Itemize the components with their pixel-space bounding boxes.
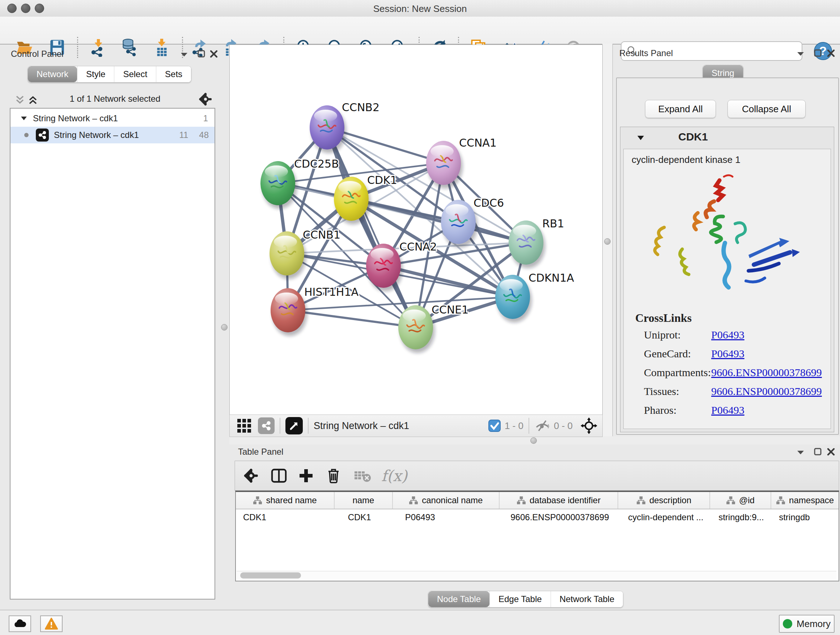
- add-column-icon[interactable]: [298, 468, 314, 484]
- table-toolbar: f(x): [234, 461, 839, 491]
- float-panel-icon[interactable]: [813, 448, 824, 457]
- gene-description: cyclin-dependent kinase 1: [632, 154, 741, 165]
- network-collection-row[interactable]: String Network – cdk1 1: [11, 110, 215, 127]
- show-columns-icon[interactable]: [271, 468, 287, 484]
- float-panel-icon[interactable]: [197, 50, 208, 59]
- node-label: CCNA2: [399, 241, 437, 253]
- control-panel-title: Control Panel: [11, 49, 63, 59]
- grid-view-icon[interactable]: [236, 418, 252, 434]
- network-edge-count: 48: [199, 130, 209, 140]
- network-node-CDK1[interactable]: CDK1: [334, 174, 397, 225]
- tab-network-table[interactable]: Network Table: [551, 591, 623, 607]
- scrollbar-thumb[interactable]: [240, 572, 301, 578]
- warning-icon: [44, 618, 58, 630]
- delete-column-icon[interactable]: [325, 468, 341, 484]
- network-edge[interactable]: [288, 310, 416, 327]
- network-row-selected[interactable]: String Network – cdk1 11 48: [11, 127, 215, 143]
- gene-collapse-icon[interactable]: [637, 135, 644, 141]
- float-panel-icon[interactable]: [813, 49, 824, 58]
- column-header[interactable]: namespace: [771, 492, 838, 509]
- column-header[interactable]: canonical name: [393, 492, 500, 509]
- node-label: CDKN1A: [529, 272, 574, 284]
- attribute-icon: [516, 496, 526, 505]
- cloud-status-button[interactable]: [9, 616, 31, 632]
- toolbar-separator: [529, 418, 529, 434]
- string-results-container: Expand All Collapse All CDK1 cyclin-depe…: [616, 78, 839, 435]
- network-view-toolbar: String Network – cdk1 1 - 0 0 - 0: [229, 415, 603, 437]
- network-node-HIST1H1A[interactable]: HIST1H1A: [271, 286, 359, 336]
- network-node-count: 11: [179, 130, 188, 140]
- close-panel-icon[interactable]: [826, 448, 837, 457]
- network-view-dot-icon: [24, 133, 28, 137]
- memory-button[interactable]: Memory: [779, 615, 835, 633]
- function-builder-icon-disabled: f(x): [381, 467, 407, 485]
- warnings-button[interactable]: [40, 616, 63, 632]
- network-tree: String Network – cdk1 1 String Network –…: [10, 108, 215, 600]
- string-view-icon[interactable]: [258, 417, 275, 434]
- collection-expand-icon[interactable]: [21, 116, 27, 121]
- tab-node-table[interactable]: Node Table: [428, 591, 489, 607]
- network-canvas[interactable]: CCNB2CCNA1CDC25BCDK1CDC6RB1CCNB1CCNA2CDK…: [229, 44, 603, 415]
- crosslink-value-link[interactable]: P06493: [711, 329, 745, 341]
- node-label: CCNB2: [342, 101, 379, 114]
- network-node-CDKN1A[interactable]: CDKN1A: [495, 272, 574, 323]
- protein-structure-image: [638, 172, 808, 317]
- status-bar: Memory: [0, 610, 840, 635]
- network-node-CDC6[interactable]: CDC6: [441, 196, 504, 248]
- close-panel-icon[interactable]: [209, 50, 220, 59]
- toolbar-separator: [279, 418, 280, 434]
- collapse-all-networks-icon[interactable]: [14, 94, 25, 106]
- main-toolbar: ?: [0, 17, 840, 44]
- crosslink-value-link[interactable]: P06493: [711, 348, 745, 360]
- network-node-RB1[interactable]: RB1: [508, 217, 564, 268]
- network-selection-status: 1 of 1 Network selected: [43, 94, 187, 104]
- crosslink-row: Compartments: 9606.ENSP00000378699: [624, 366, 831, 385]
- network-node-CCNB2[interactable]: CCNB2: [309, 101, 379, 153]
- title-bar: Session: New Session: [0, 0, 840, 17]
- crosslink-label: GeneCard:: [644, 348, 691, 360]
- results-panel-title: Results Panel: [619, 48, 673, 58]
- right-splitter-handle[interactable]: [604, 238, 611, 245]
- close-panel-icon[interactable]: [826, 49, 837, 58]
- table-settings-gear-icon[interactable]: [243, 468, 259, 484]
- fit-selected-crosshair-icon[interactable]: [581, 417, 597, 434]
- bottom-splitter-handle[interactable]: [531, 437, 537, 444]
- crosslink-value-link[interactable]: 9606.ENSP00000378699: [711, 385, 822, 397]
- column-header[interactable]: @id: [710, 492, 772, 509]
- hidden-eye-icon[interactable]: [534, 418, 551, 433]
- float-panel-menu-icon[interactable]: [796, 50, 807, 59]
- column-header[interactable]: shared name: [236, 492, 335, 509]
- collapse-all-button[interactable]: Collapse All: [728, 100, 806, 118]
- network-view-title: String Network – cdk1: [314, 420, 409, 432]
- horizontal-scrollbar[interactable]: [237, 571, 836, 580]
- column-header[interactable]: description: [618, 492, 710, 509]
- crosslink-value-link[interactable]: 9606.ENSP00000378699: [711, 366, 822, 379]
- birds-eye-view-icon[interactable]: [286, 417, 303, 434]
- expand-all-networks-icon[interactable]: [27, 94, 38, 106]
- crosslinks-title: CrossLinks: [635, 311, 692, 325]
- column-header[interactable]: database identifier: [500, 492, 619, 509]
- collection-count: 1: [203, 113, 208, 124]
- gene-symbol: CDK1: [678, 131, 708, 143]
- crosslink-value-link[interactable]: P06493: [711, 404, 745, 416]
- tab-sets[interactable]: Sets: [156, 66, 191, 82]
- network-options-gear-icon[interactable]: [198, 92, 213, 106]
- tab-network[interactable]: Network: [28, 66, 77, 82]
- tab-edge-table[interactable]: Edge Table: [489, 591, 551, 607]
- network-node-CCNB1[interactable]: CCNB1: [270, 228, 340, 279]
- node-label: HIST1H1A: [304, 286, 359, 298]
- expand-all-button[interactable]: Expand All: [645, 100, 716, 118]
- column-header[interactable]: name: [335, 492, 393, 509]
- memory-label: Memory: [797, 618, 831, 630]
- node-label: CCNA1: [459, 136, 497, 149]
- network-node-CCNE1[interactable]: CCNE1: [398, 303, 469, 353]
- left-splitter-handle[interactable]: [221, 324, 227, 331]
- tab-select[interactable]: Select: [114, 66, 156, 82]
- float-panel-menu-icon[interactable]: [180, 50, 190, 60]
- delete-table-icon-disabled: [354, 469, 372, 483]
- table-row[interactable]: CDK1 CDK1 P06493 9606.ENSP00000378699 cy…: [236, 509, 838, 525]
- float-panel-menu-icon[interactable]: [796, 448, 807, 458]
- tab-style[interactable]: Style: [77, 66, 114, 82]
- selected-checkbox-icon[interactable]: [488, 419, 501, 432]
- node-label: CDC6: [474, 196, 504, 209]
